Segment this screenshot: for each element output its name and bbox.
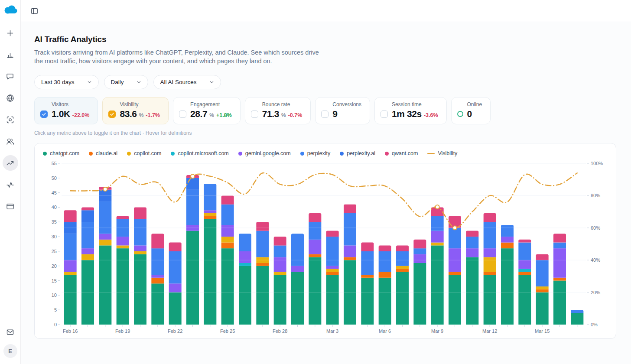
metric-checkbox[interactable] [179,110,186,118]
bar-segment-gemini-google-com[interactable] [501,237,514,243]
bar-segment-gemini-google-com[interactable] [239,251,251,263]
metric-card-session-time[interactable]: Session time1m 32s-3.6% [374,97,446,124]
bar-segment-gemini-google-com[interactable] [431,231,444,243]
bar-segment-qwant-com[interactable] [64,210,77,222]
bar-segment-perplexity[interactable] [239,234,251,251]
bar-segment-claude-ai[interactable] [221,243,234,249]
bar-segment-copilot-com[interactable] [484,257,496,272]
bar-segment-chatgpt-com[interactable] [221,248,234,325]
bar-segment-perplexity[interactable] [553,243,566,249]
bar-segment-gemini-google-com[interactable] [274,257,286,272]
visibility-point-marker[interactable] [103,187,107,191]
bar-segment-chatgpt-com[interactable] [169,292,182,325]
metric-card-visitors[interactable]: Visitors1.0K-22.0% [34,97,98,124]
bar-segment-chatgpt-com[interactable] [134,254,146,325]
bar-segment-perplexity[interactable] [326,237,339,266]
avatar[interactable]: E [3,344,17,358]
bar-segment-gemini-google-com[interactable] [344,245,356,257]
metric-checkbox[interactable] [251,110,258,118]
bar-segment-claude-ai[interactable] [344,257,356,260]
bar-segment-perplexity[interactable] [396,251,409,266]
metric-card-visibility[interactable]: Visibility83.6%-1.7% [102,97,169,124]
bar-segment-chatgpt-com[interactable] [484,275,496,325]
bar-segment-perplexity-ai[interactable] [186,178,199,190]
bar-segment-chatgpt-com[interactable] [186,231,199,325]
bar-segment-chatgpt-com[interactable] [571,313,583,325]
metric-card-conversions[interactable]: Conversions9 [315,97,370,124]
visibility-point-marker[interactable] [436,205,439,209]
bar-segment-chatgpt-com[interactable] [256,266,269,325]
bar-segment-perplexity[interactable] [379,251,391,272]
bar-segment-perplexity[interactable] [518,243,531,260]
bar-segment-gemini-google-com[interactable] [169,283,182,292]
metric-checkbox[interactable] [108,110,116,118]
bar-segment-chatgpt-com[interactable] [413,263,426,325]
bar-segment-perplexity[interactable] [169,251,182,283]
bar-segment-qwant-com[interactable] [274,237,286,245]
bar-segment-qwant-com[interactable] [518,240,531,243]
bar-segment-perplexity[interactable] [81,222,94,248]
sidebar-item-trending-up[interactable] [3,155,18,171]
bar-segment-copilot-com[interactable] [64,272,77,275]
bar-segment-claude-ai[interactable] [361,275,374,278]
bar-segment-gemini-google-com[interactable] [484,248,496,257]
sidebar-item-activity[interactable] [3,177,18,192]
bar-segment-gemini-google-com[interactable] [81,248,94,254]
bar-segment-chatgpt-com[interactable] [117,248,129,325]
bar-segment-chatgpt-com[interactable] [466,257,478,325]
bar-segment-chatgpt-com[interactable] [449,275,461,325]
bar-segment-gemini-google-com[interactable] [134,245,146,251]
bar-segment-qwant-com[interactable] [344,205,356,213]
bar-segment-claude-ai[interactable] [501,243,514,249]
metric-card-bounce-rate[interactable]: Bounce rate71.3%-0.7% [245,97,311,124]
bar-segment-qwant-com[interactable] [326,231,339,237]
bar-segment-claude-ai[interactable] [256,263,269,266]
bar-segment-perplexity[interactable] [413,248,426,254]
bar-segment-chatgpt-com[interactable] [239,266,251,325]
traffic-chart[interactable]: 05101520253035404550550%20%40%60%80%100%… [35,158,615,337]
bar-segment-perplexity[interactable] [501,225,514,237]
bar-segment-perplexity[interactable] [571,310,583,313]
bar-segment-claude-ai[interactable] [151,278,164,284]
bar-segment-perplexity[interactable] [64,234,77,260]
bar-segment-claude-ai[interactable] [396,269,409,272]
bar-segment-gemini-google-com[interactable] [291,266,304,272]
bar-segment-perplexity[interactable] [221,205,234,225]
bar-segment-qwant-com[interactable] [309,213,321,222]
visibility-point-marker[interactable] [453,226,457,230]
bar-segment-qwant-com[interactable] [134,207,146,219]
bar-segment-qwant-com[interactable] [81,207,94,210]
bar-segment-gemini-google-com[interactable] [309,240,321,254]
bar-segment-perplexity[interactable] [431,216,444,231]
bar-segment-qwant-com[interactable] [379,245,391,251]
bar-segment-qwant-com[interactable] [396,245,409,251]
bar-segment-claude-ai[interactable] [553,278,566,281]
legend-item-qwant-com[interactable]: qwant.com [385,150,418,156]
filter-source-dropdown[interactable]: All AI Sources [153,75,221,89]
bar-segment-claude-ai[interactable] [518,272,531,275]
bar-segment-gemini-google-com[interactable] [64,260,77,272]
bar-segment-claude-ai[interactable] [204,216,216,219]
bar-segment-perplexity[interactable] [151,248,164,275]
bar-segment-claude-ai[interactable] [536,289,549,292]
bar-segment-qwant-com[interactable] [361,243,374,251]
bar-segment-chatgpt-com[interactable] [64,275,77,325]
bar-segment-perplexity[interactable] [99,202,111,234]
bar-segment-copilot-microsoft-com[interactable] [239,263,251,266]
bar-segment-chatgpt-com[interactable] [204,219,216,325]
sidebar-item-card[interactable] [3,198,18,214]
sidebar-item-scan-eye[interactable] [3,112,18,127]
bar-segment-qwant-com[interactable] [413,240,426,248]
bar-segment-copilot-com[interactable] [431,243,444,246]
bar-segment-chatgpt-com[interactable] [396,272,409,325]
sidebar-item-bar-chart[interactable] [3,47,18,62]
bar-segment-perplexity[interactable] [274,245,286,257]
metric-checkbox[interactable] [40,110,48,118]
metric-card-online[interactable]: Online0 [451,97,491,124]
bar-segment-chatgpt-com[interactable] [291,272,304,325]
legend-item-chatgpt-com[interactable]: chatgpt.com [43,150,79,156]
sidebar-item-mail[interactable] [3,324,18,340]
bar-segment-copilot-com[interactable] [396,266,409,269]
bar-segment-perplexity-ai[interactable] [81,210,94,222]
bar-segment-perplexity[interactable] [344,213,356,245]
